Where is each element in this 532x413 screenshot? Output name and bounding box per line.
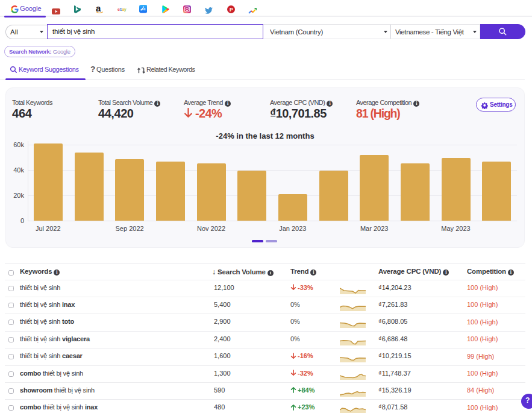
svg-text:P: P: [229, 6, 233, 12]
